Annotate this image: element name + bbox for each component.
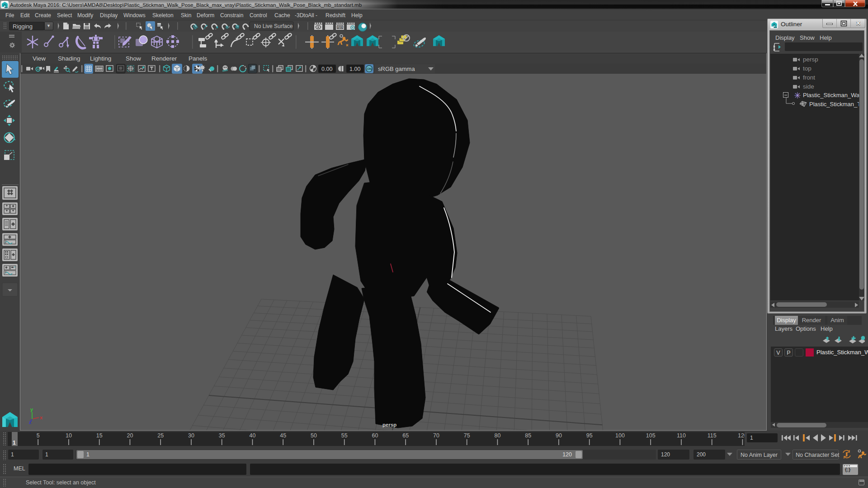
svg-text:105: 105	[646, 432, 656, 439]
svg-text:x: x	[40, 415, 43, 420]
svg-text:20: 20	[127, 432, 133, 439]
svg-text:120: 120	[738, 432, 745, 439]
svg-text:persp: persp	[382, 422, 396, 427]
svg-text:z: z	[29, 419, 32, 425]
svg-text:ON: ON	[367, 67, 372, 71]
svg-text:5: 5	[37, 432, 40, 439]
svg-text:90: 90	[556, 432, 562, 439]
svg-text:No Live Surface: No Live Surface	[254, 23, 293, 29]
svg-text:25: 25	[157, 432, 164, 439]
svg-text:40: 40	[249, 432, 255, 439]
svg-text:115: 115	[708, 432, 717, 439]
svg-text:75: 75	[464, 432, 470, 439]
svg-text:30: 30	[188, 432, 194, 439]
svg-text:85: 85	[525, 432, 531, 439]
svg-text:1: 1	[13, 440, 16, 446]
svg-text:45: 45	[280, 432, 286, 439]
svg-text:110: 110	[677, 432, 686, 439]
svg-text:sRGB gamma: sRGB gamma	[378, 66, 415, 72]
svg-text:10: 10	[66, 432, 72, 439]
svg-text:60: 60	[372, 432, 378, 439]
svg-text:65: 65	[402, 432, 409, 439]
svg-text:80: 80	[494, 432, 500, 439]
svg-text:55: 55	[341, 432, 348, 439]
svg-text:100: 100	[615, 432, 625, 439]
svg-text:50: 50	[311, 432, 317, 439]
svg-text:y: y	[30, 407, 33, 412]
svg-text:95: 95	[586, 432, 593, 439]
svg-text:35: 35	[219, 432, 225, 439]
svg-text:15: 15	[96, 432, 103, 439]
svg-text:IPR: IPR	[338, 26, 343, 29]
svg-text:0.00: 0.00	[321, 66, 332, 72]
svg-text:1.00: 1.00	[349, 66, 360, 72]
svg-text:70: 70	[433, 432, 439, 439]
